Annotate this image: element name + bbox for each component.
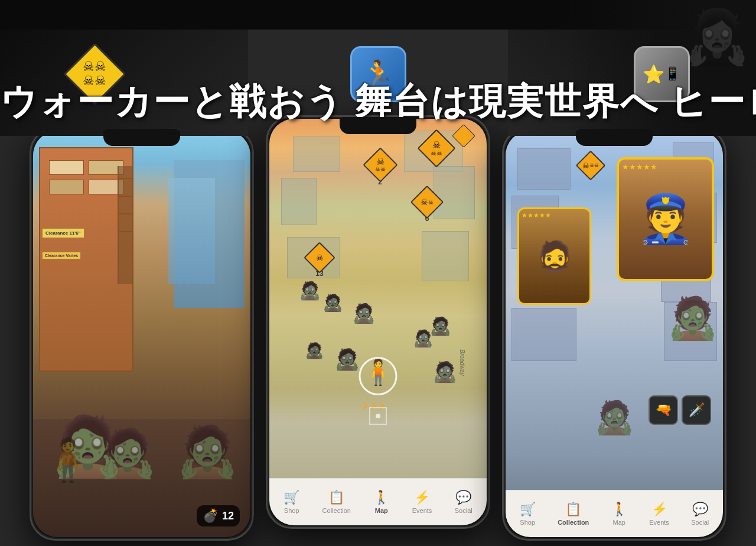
map-walker-7: 🧟	[334, 347, 360, 372]
map-walker-3: 🧟	[352, 302, 376, 324]
collection-walker-center: 🧟	[594, 398, 635, 437]
collection-danger-sign: ☠☠☠	[576, 151, 605, 180]
position-circle	[359, 357, 397, 395]
map-block-1	[293, 136, 340, 172]
phone-2-nav[interactable]: 🛒 Shop 📋 Collection 🚶 Map ⚡ Events 💬	[269, 478, 487, 525]
map-walker-5: 🧟	[413, 329, 434, 348]
danger-sign-2: ☠☠☠ 2	[364, 148, 396, 186]
phone-1-notch	[103, 131, 180, 146]
phone-3-nav[interactable]: 🛒 Shop 📋 Collection 🚶 Map ⚡ Events 💬	[506, 490, 723, 537]
danger-sign-13: ☠ 13	[305, 243, 334, 278]
collection-icon-2: 📋	[328, 490, 344, 505]
nav-events-2[interactable]: ⚡ Events	[412, 490, 432, 514]
ar-map-bg: ☠ 13 ☠☠☠ 2 ☠☠☠	[269, 119, 487, 478]
weapon-gun: 🔫	[649, 395, 678, 425]
social-label-3: Social	[691, 519, 709, 526]
events-label-3: Events	[649, 519, 669, 526]
map-icon-3: 🚶	[611, 502, 627, 517]
social-icon-2: 💬	[455, 490, 471, 505]
walker-center: 🧟	[98, 425, 157, 481]
nav-shop-3[interactable]: 🛒 Shop	[520, 502, 536, 526]
nav-events-3[interactable]: ⚡ Events	[649, 502, 669, 526]
nav-social-3[interactable]: 💬 Social	[691, 502, 709, 526]
hero-stars-secondary: ★★★★★	[522, 212, 551, 219]
phone-3-notch	[576, 131, 653, 146]
city-block-7	[511, 308, 576, 361]
phone-1: Clearance 11'6" Clearance Varies 🧟 🧟 🧟 🧍…	[30, 127, 254, 541]
map-block-3	[281, 178, 317, 225]
phone-3: ☠☠☠ ★★★★★ 🧔 ★★★★★ 👮 🔫 🗡️	[502, 127, 726, 541]
map-walker-8: 🧟	[432, 360, 457, 384]
player-character: 🧍	[42, 436, 93, 484]
walker-right: 🧟	[176, 422, 239, 481]
phone-2: ☠ 13 ☠☠☠ 2 ☠☠☠	[266, 115, 490, 529]
shop-icon-3: 🛒	[520, 502, 536, 517]
map-icon-2: 🚶	[373, 490, 389, 505]
danger-sign-6: ☠☠ 6	[412, 187, 442, 223]
phone-2-screen: ☠ 13 ☠☠☠ 2 ☠☠☠	[269, 119, 487, 525]
road-label: Broadway	[458, 349, 465, 375]
phone-2-notch	[340, 119, 416, 134]
nav-social-2[interactable]: 💬 Social	[455, 490, 472, 514]
nav-map-3[interactable]: 🚶 Map	[611, 502, 627, 526]
grenade-icon: 💣	[203, 508, 219, 524]
nav-collection-3[interactable]: 📋 Collection	[558, 502, 589, 526]
phone-3-screen: ☠☠☠ ★★★★★ 🧔 ★★★★★ 👮 🔫 🗡️	[506, 131, 723, 537]
nav-map-2[interactable]: 🚶 Map	[373, 490, 389, 514]
shop-label-2: Shop	[284, 507, 299, 514]
hero-card-main: ★★★★★ 👮	[617, 157, 714, 281]
building-left	[39, 147, 133, 372]
map-label-2: Map	[375, 507, 388, 514]
hero-card-secondary: ★★★★★ 🧔	[517, 207, 591, 305]
events-label-2: Events	[412, 507, 432, 514]
grenade-counter: 💣 12	[197, 505, 240, 526]
map-block-6	[422, 231, 469, 281]
collection-bg: ☠☠☠ ★★★★★ 🧔 ★★★★★ 👮 🔫 🗡️	[506, 131, 723, 490]
nav-collection-2[interactable]: 📋 Collection	[322, 490, 351, 514]
map-walker-6: 🧟	[305, 342, 324, 360]
map-walker-1: 🧟	[299, 280, 321, 301]
map-walker-2: 🧟	[322, 293, 343, 313]
events-icon-3: ⚡	[651, 502, 667, 517]
events-icon-2: ⚡	[414, 490, 430, 505]
social-label-2: Social	[455, 507, 472, 514]
hero-stars-main: ★★★★★	[622, 162, 657, 171]
social-icon-3: 💬	[692, 502, 708, 517]
shop-icon-2: 🛒	[284, 490, 299, 505]
weapon-icons: 🔫 🗡️	[649, 395, 711, 425]
collection-label-2: Collection	[322, 507, 351, 514]
collection-label-3: Collection	[558, 519, 589, 526]
shop-label-3: Shop	[520, 519, 535, 526]
bg-building-2	[168, 178, 215, 284]
collection-walker-right: 🧟	[667, 294, 718, 342]
grenade-count: 12	[222, 510, 234, 522]
city-block-1	[517, 148, 571, 190]
sign-varies: Clearance Varies	[42, 252, 81, 259]
map-label-3: Map	[613, 519, 625, 526]
danger-sign-large: ☠☠☠	[419, 131, 454, 166]
phones-container: Clearance 11'6" Clearance Varies 🧟 🧟 🧟 🧍…	[0, 127, 756, 546]
nav-shop-2[interactable]: 🛒 Shop	[284, 490, 299, 514]
phone-1-screen: Clearance 11'6" Clearance Varies 🧟 🧟 🧟 🧍…	[33, 131, 250, 537]
sign-clearance: Clearance 11'6"	[42, 228, 84, 238]
collection-icon-3: 📋	[565, 502, 581, 517]
weapon-blade: 🗡️	[682, 395, 711, 425]
